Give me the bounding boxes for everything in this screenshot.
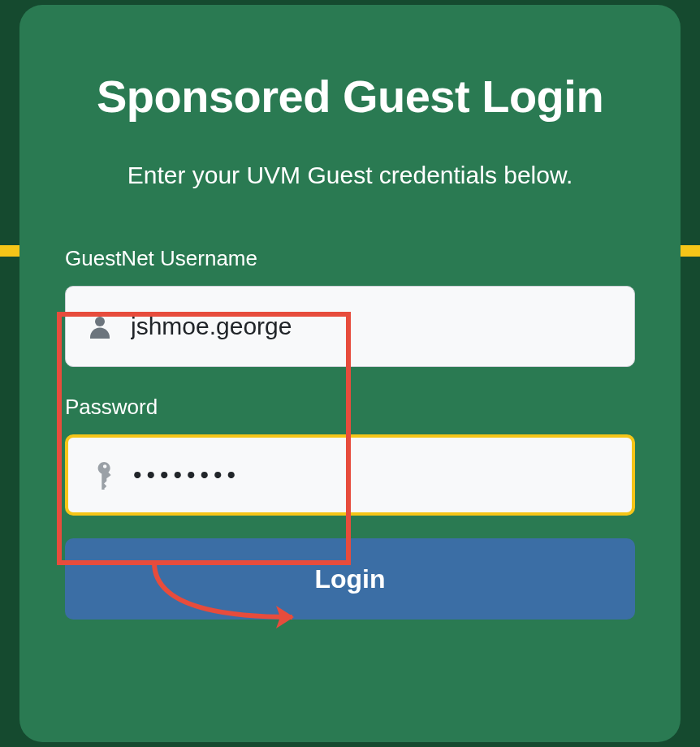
page-subtitle: Enter your UVM Guest credentials below. bbox=[127, 162, 573, 189]
password-input-wrap[interactable] bbox=[65, 434, 635, 516]
user-icon bbox=[85, 312, 115, 341]
login-button[interactable]: Login bbox=[65, 538, 635, 620]
svg-point-0 bbox=[95, 317, 105, 326]
password-input[interactable] bbox=[133, 461, 612, 489]
page-title: Sponsored Guest Login bbox=[97, 70, 603, 123]
password-label: Password bbox=[65, 395, 635, 420]
login-card: Sponsored Guest Login Enter your UVM Gue… bbox=[19, 5, 681, 742]
login-form: GuestNet Username Password Login bbox=[65, 246, 635, 620]
username-input-wrap[interactable] bbox=[65, 286, 635, 367]
username-label: GuestNet Username bbox=[65, 246, 635, 271]
key-icon bbox=[88, 460, 117, 490]
username-input[interactable] bbox=[131, 313, 615, 340]
